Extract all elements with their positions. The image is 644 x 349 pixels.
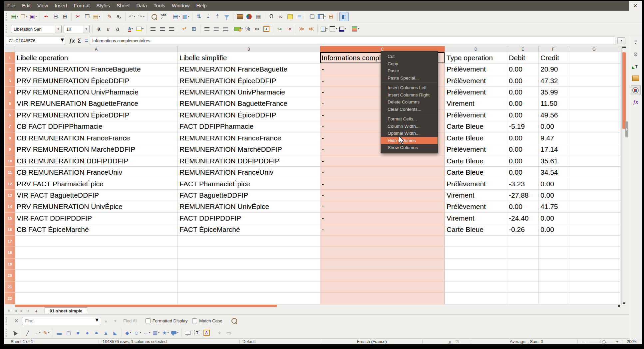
find-history-dropdown-icon[interactable]: ▼ [94, 317, 101, 325]
cell-D13[interactable]: Virement [445, 190, 507, 201]
split-window-icon[interactable]: ⊟ [326, 12, 336, 21]
diamond-icon[interactable]: ◆▾ [124, 328, 133, 337]
row-header-9[interactable]: 9 [5, 144, 15, 155]
cell-E16[interactable]: -0.26 [507, 224, 539, 236]
curve-icon[interactable]: ✎▾ [42, 328, 51, 337]
cell-A14[interactable]: PRV REMUNERATION UnivÉpice [15, 201, 178, 213]
percent-format-icon[interactable]: % [243, 24, 252, 34]
cell-C20[interactable] [320, 270, 445, 281]
cell-B3[interactable]: REMUNERATION ÉpiceDDFIP [178, 75, 320, 87]
clone-formatting-icon[interactable]: ✎ [105, 12, 114, 21]
cell-E11[interactable]: 0.00 [507, 167, 539, 178]
cell-F4[interactable]: 35.99 [539, 87, 568, 98]
merge-cells-icon[interactable]: ⊞ [189, 24, 198, 34]
cell-F16[interactable]: 0.00 [539, 224, 568, 236]
sum-icon[interactable]: Σ [75, 37, 83, 45]
underline-icon[interactable]: a [113, 24, 122, 34]
freeze-panes-icon[interactable]: ▾ [317, 12, 326, 21]
cell-C10[interactable]: - [320, 155, 445, 167]
cell-B21[interactable] [178, 281, 320, 293]
next-sheet-icon[interactable]: ▸ [19, 308, 25, 313]
cell-A22[interactable] [15, 293, 178, 304]
cell-A20[interactable] [15, 270, 178, 281]
row-header-4[interactable]: 4 [5, 87, 15, 98]
properties-icon[interactable]: ⚙ [631, 49, 641, 59]
cell-F9[interactable]: 17.14 [539, 144, 568, 155]
open-icon[interactable]: ❒▾ [19, 12, 29, 21]
redo-icon[interactable]: ↷▾ [137, 12, 146, 21]
cell-F3[interactable]: 47.32 [539, 75, 568, 87]
pivot-table-icon[interactable]: ▦ [254, 12, 263, 21]
menu-view[interactable]: View [34, 1, 51, 11]
cell-G4[interactable] [568, 87, 620, 98]
menu-item-clear-contents[interactable]: Clear Contents... [381, 106, 438, 113]
callout-shape-icon[interactable] [183, 328, 192, 337]
smiley-icon[interactable]: ☺▾ [133, 328, 142, 337]
cell-A12[interactable]: PRV FACT PharmacieÉpice [15, 178, 178, 190]
triangle-icon[interactable]: ▲ [101, 328, 111, 337]
cell-D1[interactable]: Type operation [445, 52, 507, 64]
menu-item-hide-columns[interactable]: Hide Columns [381, 137, 438, 144]
column-header-E[interactable]: E [507, 46, 539, 52]
sheet-tab-active[interactable]: 01-sheet-simple [45, 307, 87, 314]
zoom-slider[interactable] [587, 342, 613, 342]
cell-D12[interactable]: Prélèvement [445, 178, 507, 190]
menu-item-column-width[interactable]: Column Width... [381, 123, 438, 130]
status-page-style[interactable]: Default [242, 339, 256, 344]
callout-icon[interactable]: ▾ [170, 328, 179, 337]
row-header-20[interactable]: 20 [5, 270, 15, 281]
row-header-3[interactable]: 3 [5, 75, 15, 87]
cell-B2[interactable]: REMUNERATION FranceBaguette [178, 64, 320, 75]
cell-E14[interactable]: 0.00 [507, 201, 539, 213]
cell-G16[interactable] [568, 224, 620, 236]
cell-A15[interactable]: VIR FACT DDFIPDDFIP [15, 213, 178, 224]
split-handle-bottom[interactable] [623, 302, 625, 304]
menu-sheet[interactable]: Sheet [113, 1, 133, 11]
circle-icon[interactable]: ● [83, 328, 92, 337]
menu-item-paste[interactable]: Paste [381, 67, 438, 75]
horizontal-scrollbar[interactable] [5, 304, 620, 307]
decrease-indent-icon[interactable]: ≪ [306, 24, 316, 34]
align-top-icon[interactable] [202, 24, 211, 34]
cell-G11[interactable] [568, 167, 620, 178]
find-next-icon[interactable]: ▼ [113, 319, 117, 323]
menu-edit[interactable]: Edit [19, 1, 34, 11]
cell-F14[interactable]: 41.75 [539, 201, 568, 213]
font-name-select-dropdown-icon[interactable]: ▼ [55, 25, 61, 33]
align-right-icon[interactable] [167, 24, 176, 34]
select-icon[interactable] [10, 328, 19, 337]
cell-A18[interactable] [15, 247, 178, 258]
row-header-8[interactable]: 8 [5, 132, 15, 144]
row-header-22[interactable]: 22 [5, 293, 15, 304]
cell-A16[interactable]: CB FACT ÉpiceMarché [15, 224, 178, 236]
cell-E22[interactable] [507, 293, 539, 304]
cell-A10[interactable]: CB REMUNERATION DDFIPDDFIP [15, 155, 178, 167]
cell-D6[interactable]: Prélèvement [445, 109, 507, 121]
cell-B13[interactable]: FACT BaguetteDDFIP [178, 190, 320, 201]
cell-C22[interactable] [320, 293, 445, 304]
insert-chart-icon[interactable] [244, 12, 254, 21]
copy-icon[interactable]: ❐ [83, 12, 92, 21]
cell-B11[interactable]: REMUNERATION FranceUniv [178, 167, 320, 178]
undo-icon[interactable]: ↶▾ [127, 12, 137, 21]
cell-B1[interactable]: Libelle simplifie [178, 52, 320, 64]
increase-indent-icon[interactable]: ≫ [297, 24, 306, 34]
export-pdf-icon[interactable]: ✒ [42, 12, 51, 21]
font-color-icon[interactable]: a▾ [126, 24, 135, 34]
cell-G1[interactable] [568, 52, 620, 64]
paste-icon[interactable]: ▤▾ [92, 12, 101, 21]
zoom-out-icon[interactable]: – [582, 339, 584, 344]
row-header-18[interactable]: 18 [5, 247, 15, 258]
navigator-icon[interactable] [631, 85, 641, 95]
cell-E13[interactable]: -27.88 [507, 190, 539, 201]
menu-item-optimal-width[interactable]: Optimal Width... [381, 130, 438, 137]
add-decimal-icon[interactable]: +.0 [275, 24, 284, 34]
expand-formula-bar-icon[interactable]: ▼ [617, 37, 625, 44]
cell-D22[interactable] [445, 293, 507, 304]
cell-B7[interactable]: FACT DDFIPPharmacie [178, 121, 320, 132]
save-icon[interactable]: ▣▾ [29, 12, 38, 21]
cell-A1[interactable]: Libelle operation [15, 52, 178, 64]
cell-G18[interactable] [568, 247, 620, 258]
column-header-A[interactable]: A [15, 46, 178, 52]
cell-F7[interactable]: 0.00 [539, 121, 568, 132]
